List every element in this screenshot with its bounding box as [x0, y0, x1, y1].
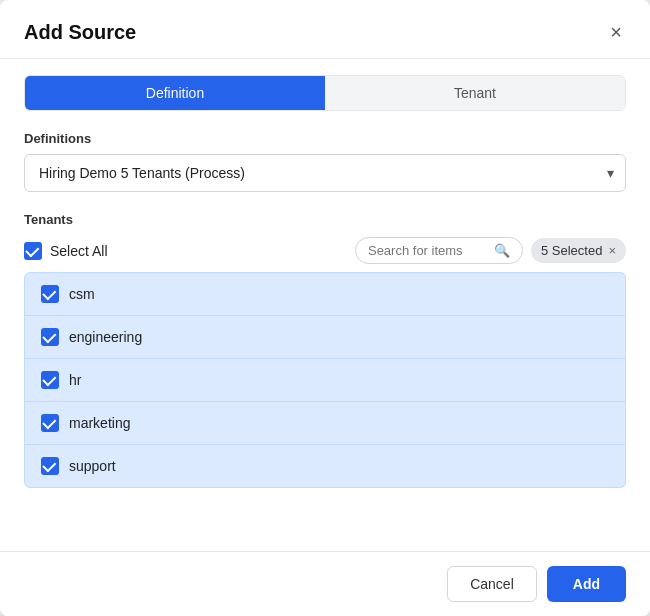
modal-footer: Cancel Add — [0, 551, 650, 616]
tenant-checkbox[interactable] — [41, 457, 59, 475]
tenants-controls: Select All 🔍 5 Selected × — [24, 237, 626, 264]
select-all-checkbox[interactable] — [24, 242, 42, 260]
tenant-item[interactable]: engineering — [25, 316, 625, 359]
tenants-list: csmengineeringhrmarketingsupport — [24, 272, 626, 488]
tenant-item[interactable]: support — [25, 445, 625, 487]
tenant-checkbox[interactable] — [41, 414, 59, 432]
definitions-select-wrapper: Hiring Demo 5 Tenants (Process) ▾ — [24, 154, 626, 192]
add-source-modal: Add Source × Definition Tenant Definitio… — [0, 0, 650, 616]
close-button[interactable]: × — [606, 20, 626, 44]
select-all-row: Select All — [24, 242, 108, 260]
search-and-badge: 🔍 5 Selected × — [355, 237, 626, 264]
tenant-checkbox[interactable] — [41, 285, 59, 303]
tenants-label: Tenants — [24, 212, 626, 227]
tenant-name: engineering — [69, 329, 142, 345]
tenant-item[interactable]: marketing — [25, 402, 625, 445]
tenant-name: support — [69, 458, 116, 474]
search-box: 🔍 — [355, 237, 523, 264]
modal-title: Add Source — [24, 21, 136, 44]
tab-bar: Definition Tenant — [24, 75, 626, 111]
tenant-item[interactable]: csm — [25, 273, 625, 316]
add-button[interactable]: Add — [547, 566, 626, 602]
tenant-item[interactable]: hr — [25, 359, 625, 402]
modal-body: Definitions Hiring Demo 5 Tenants (Proce… — [0, 111, 650, 551]
search-icon: 🔍 — [494, 243, 510, 258]
selected-count-label: 5 Selected — [541, 243, 602, 258]
modal-header: Add Source × — [0, 0, 650, 59]
tenant-checkbox[interactable] — [41, 371, 59, 389]
definitions-label: Definitions — [24, 131, 626, 146]
tenant-checkbox[interactable] — [41, 328, 59, 346]
badge-close-icon[interactable]: × — [608, 243, 616, 258]
cancel-button[interactable]: Cancel — [447, 566, 537, 602]
definitions-select[interactable]: Hiring Demo 5 Tenants (Process) — [24, 154, 626, 192]
search-input[interactable] — [368, 243, 488, 258]
tenant-name: hr — [69, 372, 81, 388]
select-all-label: Select All — [50, 243, 108, 259]
selected-badge[interactable]: 5 Selected × — [531, 238, 626, 263]
tab-definition[interactable]: Definition — [25, 76, 325, 110]
tenant-name: csm — [69, 286, 95, 302]
tab-tenant[interactable]: Tenant — [325, 76, 625, 110]
tenant-name: marketing — [69, 415, 130, 431]
